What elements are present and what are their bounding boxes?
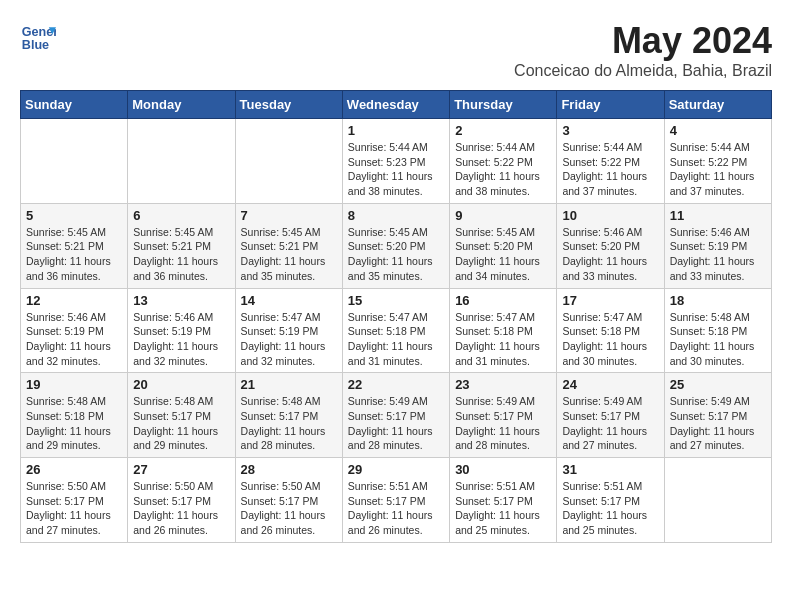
day-number: 17 [562, 293, 658, 308]
day-number: 27 [133, 462, 229, 477]
day-number: 20 [133, 377, 229, 392]
day-number: 13 [133, 293, 229, 308]
day-number: 15 [348, 293, 444, 308]
calendar-week-row: 5Sunrise: 5:45 AM Sunset: 5:21 PM Daylig… [21, 203, 772, 288]
calendar-cell: 6Sunrise: 5:45 AM Sunset: 5:21 PM Daylig… [128, 203, 235, 288]
day-number: 7 [241, 208, 337, 223]
calendar-cell: 23Sunrise: 5:49 AM Sunset: 5:17 PM Dayli… [450, 373, 557, 458]
day-info: Sunrise: 5:48 AM Sunset: 5:17 PM Dayligh… [133, 394, 229, 453]
day-number: 10 [562, 208, 658, 223]
weekday-header: Tuesday [235, 91, 342, 119]
calendar-cell: 26Sunrise: 5:50 AM Sunset: 5:17 PM Dayli… [21, 458, 128, 543]
day-number: 25 [670, 377, 766, 392]
calendar-cell: 30Sunrise: 5:51 AM Sunset: 5:17 PM Dayli… [450, 458, 557, 543]
day-number: 24 [562, 377, 658, 392]
weekday-header: Monday [128, 91, 235, 119]
day-number: 22 [348, 377, 444, 392]
day-number: 4 [670, 123, 766, 138]
day-number: 19 [26, 377, 122, 392]
day-number: 9 [455, 208, 551, 223]
day-info: Sunrise: 5:51 AM Sunset: 5:17 PM Dayligh… [348, 479, 444, 538]
calendar-cell [664, 458, 771, 543]
calendar-week-row: 12Sunrise: 5:46 AM Sunset: 5:19 PM Dayli… [21, 288, 772, 373]
day-info: Sunrise: 5:47 AM Sunset: 5:18 PM Dayligh… [562, 310, 658, 369]
calendar-cell: 11Sunrise: 5:46 AM Sunset: 5:19 PM Dayli… [664, 203, 771, 288]
day-info: Sunrise: 5:44 AM Sunset: 5:22 PM Dayligh… [670, 140, 766, 199]
day-number: 21 [241, 377, 337, 392]
calendar-cell: 9Sunrise: 5:45 AM Sunset: 5:20 PM Daylig… [450, 203, 557, 288]
day-number: 30 [455, 462, 551, 477]
calendar-table: SundayMondayTuesdayWednesdayThursdayFrid… [20, 90, 772, 543]
title-block: May 2024 Conceicao do Almeida, Bahia, Br… [514, 20, 772, 80]
day-info: Sunrise: 5:48 AM Sunset: 5:18 PM Dayligh… [670, 310, 766, 369]
day-number: 3 [562, 123, 658, 138]
weekday-header: Saturday [664, 91, 771, 119]
day-info: Sunrise: 5:48 AM Sunset: 5:18 PM Dayligh… [26, 394, 122, 453]
day-number: 28 [241, 462, 337, 477]
day-number: 8 [348, 208, 444, 223]
calendar-cell: 20Sunrise: 5:48 AM Sunset: 5:17 PM Dayli… [128, 373, 235, 458]
day-info: Sunrise: 5:47 AM Sunset: 5:19 PM Dayligh… [241, 310, 337, 369]
calendar-cell: 18Sunrise: 5:48 AM Sunset: 5:18 PM Dayli… [664, 288, 771, 373]
day-number: 11 [670, 208, 766, 223]
calendar-cell: 29Sunrise: 5:51 AM Sunset: 5:17 PM Dayli… [342, 458, 449, 543]
day-info: Sunrise: 5:46 AM Sunset: 5:20 PM Dayligh… [562, 225, 658, 284]
svg-text:Blue: Blue [22, 38, 49, 52]
day-info: Sunrise: 5:45 AM Sunset: 5:21 PM Dayligh… [241, 225, 337, 284]
day-info: Sunrise: 5:45 AM Sunset: 5:21 PM Dayligh… [26, 225, 122, 284]
page-subtitle: Conceicao do Almeida, Bahia, Brazil [514, 62, 772, 80]
day-info: Sunrise: 5:50 AM Sunset: 5:17 PM Dayligh… [26, 479, 122, 538]
calendar-cell: 22Sunrise: 5:49 AM Sunset: 5:17 PM Dayli… [342, 373, 449, 458]
calendar-cell: 16Sunrise: 5:47 AM Sunset: 5:18 PM Dayli… [450, 288, 557, 373]
day-info: Sunrise: 5:44 AM Sunset: 5:22 PM Dayligh… [455, 140, 551, 199]
calendar-cell: 7Sunrise: 5:45 AM Sunset: 5:21 PM Daylig… [235, 203, 342, 288]
day-number: 18 [670, 293, 766, 308]
day-number: 26 [26, 462, 122, 477]
calendar-cell [128, 119, 235, 204]
day-info: Sunrise: 5:44 AM Sunset: 5:22 PM Dayligh… [562, 140, 658, 199]
weekday-header: Thursday [450, 91, 557, 119]
calendar-header-row: SundayMondayTuesdayWednesdayThursdayFrid… [21, 91, 772, 119]
day-info: Sunrise: 5:45 AM Sunset: 5:21 PM Dayligh… [133, 225, 229, 284]
day-info: Sunrise: 5:46 AM Sunset: 5:19 PM Dayligh… [26, 310, 122, 369]
calendar-cell: 5Sunrise: 5:45 AM Sunset: 5:21 PM Daylig… [21, 203, 128, 288]
day-info: Sunrise: 5:47 AM Sunset: 5:18 PM Dayligh… [455, 310, 551, 369]
day-number: 12 [26, 293, 122, 308]
day-info: Sunrise: 5:49 AM Sunset: 5:17 PM Dayligh… [455, 394, 551, 453]
day-number: 1 [348, 123, 444, 138]
logo-icon: General Blue [20, 20, 56, 56]
day-info: Sunrise: 5:47 AM Sunset: 5:18 PM Dayligh… [348, 310, 444, 369]
day-number: 14 [241, 293, 337, 308]
day-number: 16 [455, 293, 551, 308]
calendar-cell: 14Sunrise: 5:47 AM Sunset: 5:19 PM Dayli… [235, 288, 342, 373]
day-info: Sunrise: 5:48 AM Sunset: 5:17 PM Dayligh… [241, 394, 337, 453]
calendar-cell: 28Sunrise: 5:50 AM Sunset: 5:17 PM Dayli… [235, 458, 342, 543]
calendar-cell: 1Sunrise: 5:44 AM Sunset: 5:23 PM Daylig… [342, 119, 449, 204]
calendar-week-row: 26Sunrise: 5:50 AM Sunset: 5:17 PM Dayli… [21, 458, 772, 543]
calendar-cell: 21Sunrise: 5:48 AM Sunset: 5:17 PM Dayli… [235, 373, 342, 458]
calendar-cell [235, 119, 342, 204]
calendar-cell [21, 119, 128, 204]
calendar-cell: 2Sunrise: 5:44 AM Sunset: 5:22 PM Daylig… [450, 119, 557, 204]
page-title: May 2024 [514, 20, 772, 62]
calendar-cell: 3Sunrise: 5:44 AM Sunset: 5:22 PM Daylig… [557, 119, 664, 204]
day-number: 23 [455, 377, 551, 392]
calendar-cell: 8Sunrise: 5:45 AM Sunset: 5:20 PM Daylig… [342, 203, 449, 288]
day-info: Sunrise: 5:46 AM Sunset: 5:19 PM Dayligh… [133, 310, 229, 369]
day-info: Sunrise: 5:51 AM Sunset: 5:17 PM Dayligh… [562, 479, 658, 538]
day-number: 5 [26, 208, 122, 223]
calendar-cell: 15Sunrise: 5:47 AM Sunset: 5:18 PM Dayli… [342, 288, 449, 373]
day-info: Sunrise: 5:51 AM Sunset: 5:17 PM Dayligh… [455, 479, 551, 538]
calendar-week-row: 19Sunrise: 5:48 AM Sunset: 5:18 PM Dayli… [21, 373, 772, 458]
day-info: Sunrise: 5:49 AM Sunset: 5:17 PM Dayligh… [670, 394, 766, 453]
day-number: 31 [562, 462, 658, 477]
calendar-cell: 17Sunrise: 5:47 AM Sunset: 5:18 PM Dayli… [557, 288, 664, 373]
day-info: Sunrise: 5:50 AM Sunset: 5:17 PM Dayligh… [241, 479, 337, 538]
day-info: Sunrise: 5:45 AM Sunset: 5:20 PM Dayligh… [348, 225, 444, 284]
weekday-header: Wednesday [342, 91, 449, 119]
calendar-cell: 12Sunrise: 5:46 AM Sunset: 5:19 PM Dayli… [21, 288, 128, 373]
day-info: Sunrise: 5:45 AM Sunset: 5:20 PM Dayligh… [455, 225, 551, 284]
calendar-cell: 4Sunrise: 5:44 AM Sunset: 5:22 PM Daylig… [664, 119, 771, 204]
calendar-cell: 25Sunrise: 5:49 AM Sunset: 5:17 PM Dayli… [664, 373, 771, 458]
day-info: Sunrise: 5:46 AM Sunset: 5:19 PM Dayligh… [670, 225, 766, 284]
